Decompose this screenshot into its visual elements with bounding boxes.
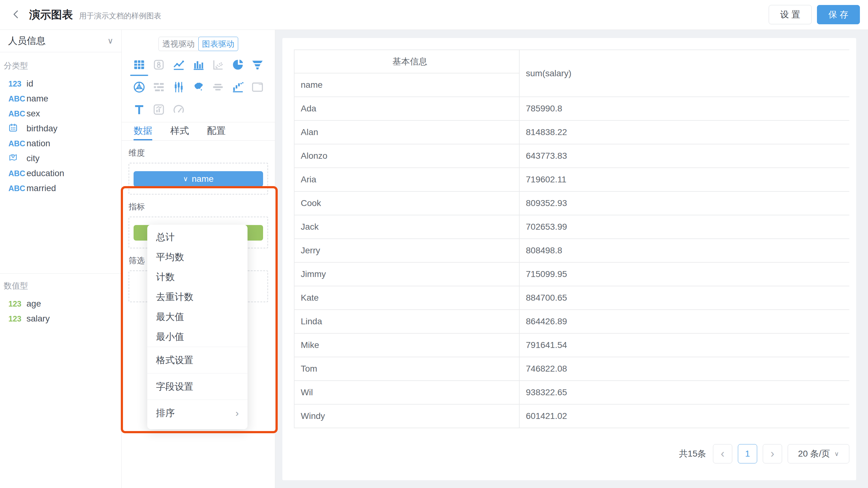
chevron-right-icon: › [771,447,774,460]
chart-type-grid [122,57,275,117]
dimension-chip-name[interactable]: ∨ name [133,171,263,187]
field-list: 123 age 123 salary [4,296,121,326]
field-item-sex[interactable]: ABC sex [4,106,121,121]
text-type-icon: ABC [8,139,27,148]
chart-type-text-icon[interactable] [129,102,149,117]
chart-preview-card: 基本信息 sum(salary) name Ada785990.8 Alan81… [282,38,856,480]
pagination-page-1-button[interactable]: 1 [738,444,757,463]
chart-type-bar-icon[interactable] [188,57,208,72]
section-label-categorical: 分类型 [4,60,121,71]
chevron-left-icon: ‹ [721,447,724,460]
table-row: Aria719602.11 [294,168,849,191]
page-subtitle: 用于演示文档的样例图表 [79,9,161,21]
field-item-id[interactable]: 123 id [4,76,121,91]
number-type-icon: 123 [8,299,27,308]
tab-style[interactable]: 样式 [170,122,189,140]
save-button[interactable]: 保 存 [817,5,860,24]
table-row: Jerry808498.8 [294,239,849,262]
field-item-birthday[interactable]: birthday [4,121,121,136]
table-row: Windy601421.02 [294,404,849,428]
text-type-icon: ABC [8,109,27,118]
map-pin-icon [8,153,27,164]
dimension-dropzone[interactable]: ∨ name [129,163,268,195]
table-row: Kate884700.65 [294,286,849,310]
pagination-next-button[interactable]: › [763,444,782,463]
menu-item-avg[interactable]: 平均数 [147,247,248,267]
table-row: Mike791641.54 [294,333,849,357]
chart-type-gantt-icon[interactable] [149,80,168,95]
settings-button[interactable]: 设 置 [769,5,812,24]
dataset-name: 人员信息 [8,35,45,47]
text-type-icon: ABC [8,169,27,178]
menu-item-field-settings[interactable]: 字段设置 [147,373,248,400]
dimension-zone-label: 维度 [129,148,268,158]
table-row: Jack702653.99 [294,215,849,239]
field-list: 123 id ABC name ABC sex birthday [4,76,121,196]
table-row: Cook809352.93 [294,191,849,215]
mode-pivot-option[interactable]: 透视驱动 [158,37,198,51]
topbar-actions: 设 置 保 存 [769,5,860,24]
aggregation-menu: 总计 平均数 计数 去重计数 最大值 最小值 格式设置 字段设置 排序 › [147,225,248,429]
table-row: Linda864426.89 [294,310,849,333]
back-icon [10,9,22,21]
field-item-age[interactable]: 123 age [4,296,121,311]
page-title: 演示图表 [29,7,73,22]
chart-type-gauge-icon[interactable] [169,102,188,117]
tab-data[interactable]: 数据 [133,122,152,140]
table-row: Wil938322.65 [294,381,849,404]
chart-type-funnel-icon[interactable] [248,57,268,72]
chevron-right-icon: › [236,408,239,419]
chart-preview-area: 基本信息 sum(salary) name Ada785990.8 Alan81… [275,30,868,488]
field-item-nation[interactable]: ABC nation [4,136,121,151]
field-item-city[interactable]: city [4,151,121,166]
menu-item-count[interactable]: 计数 [147,267,248,287]
chart-type-line-icon[interactable] [169,57,188,72]
chart-type-waterfall-icon[interactable] [228,80,248,95]
number-type-icon: 123 [8,314,27,323]
field-item-married[interactable]: ABC married [4,181,121,196]
field-item-education[interactable]: ABC education [4,166,121,181]
measure-zone-label: 指标 [129,201,268,212]
chart-type-pie-icon[interactable] [228,57,248,72]
tab-config[interactable]: 配置 [207,122,226,140]
table-row: Ada785990.8 [294,97,849,121]
pagination-total: 共15条 [679,448,706,460]
chevron-down-icon: ∨ [107,36,113,46]
pagination-prev-button[interactable]: ‹ [713,444,732,463]
chart-type-mix-chart-icon[interactable] [149,102,168,117]
chart-type-word-cloud-icon[interactable] [208,80,228,95]
table-row: Alonzo643773.83 [294,144,849,168]
table-row: Tom746822.08 [294,357,849,381]
builder-tabs: 数据 样式 配置 [122,122,275,141]
menu-item-max[interactable]: 最大值 [147,307,248,327]
chevron-down-icon: ∨ [183,175,188,183]
back-button[interactable] [9,8,23,22]
chart-type-map-china-icon[interactable] [188,80,208,95]
text-type-icon: ABC [8,184,27,193]
table-group-header: 基本信息 [294,50,519,73]
chart-type-metric-card-icon[interactable] [149,57,168,72]
chart-type-radar-icon[interactable] [129,80,149,95]
table-measure-header: sum(salary) [519,50,849,97]
calendar-icon [8,123,27,134]
chart-type-scatter-icon[interactable] [208,57,228,72]
menu-item-min[interactable]: 最小值 [147,327,248,347]
measure-fields-section: 数值型 123 age 123 salary [0,273,121,326]
table-row: Alan814838.22 [294,121,849,144]
menu-item-sum[interactable]: 总计 [147,227,248,247]
table-dimension-header: name [294,73,519,97]
menu-item-format-settings[interactable]: 格式设置 [147,347,248,373]
chart-type-candlestick-icon[interactable] [169,80,188,95]
pagination: 共15条 ‹ 1 › 20 条/页 ∨ [679,444,849,463]
section-label-numeric: 数值型 [4,281,121,291]
field-item-salary[interactable]: 123 salary [4,311,121,326]
chart-type-embedded-frame-icon[interactable] [248,80,268,95]
chart-type-table-icon[interactable] [129,57,149,72]
page-size-select[interactable]: 20 条/页 ∨ [788,444,849,463]
result-table: 基本信息 sum(salary) name Ada785990.8 Alan81… [294,50,849,431]
menu-item-sort[interactable]: 排序 › [147,400,248,426]
dataset-selector[interactable]: 人员信息 ∨ [0,30,121,52]
mode-chart-option[interactable]: 图表驱动 [198,37,239,51]
field-item-name[interactable]: ABC name [4,91,121,106]
menu-item-count-distinct[interactable]: 去重计数 [147,287,248,307]
